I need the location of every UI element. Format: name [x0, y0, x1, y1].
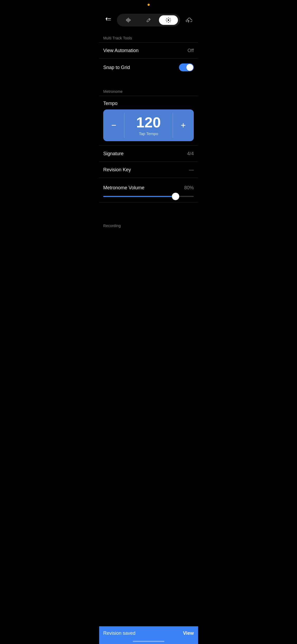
revision-key-value: —	[189, 167, 194, 173]
tempo-control: 120 Tap Tempo	[103, 109, 194, 141]
multi-track-tools-header: Multi Track Tools	[99, 31, 198, 42]
toggle-knob	[186, 64, 193, 71]
pencil-icon	[146, 17, 152, 23]
view-automation-label: View Automation	[103, 48, 139, 53]
cloud-upload-button[interactable]	[183, 15, 194, 25]
svg-rect-6	[130, 19, 130, 21]
minus-icon	[110, 122, 117, 129]
tap-tempo-label: Tap Tempo	[139, 131, 158, 136]
header	[99, 12, 198, 31]
tap-tempo-button[interactable]: 120 Tap Tempo	[124, 109, 173, 141]
metronome-header: Metronome	[99, 84, 198, 96]
snap-to-grid-row: Snap to Grid	[99, 59, 198, 76]
view-automation-row[interactable]: View Automation Off	[99, 43, 198, 58]
spacer-3	[99, 210, 198, 218]
volume-slider-container	[99, 194, 198, 202]
svg-rect-4	[128, 18, 129, 22]
signature-value: 4/4	[187, 151, 194, 157]
metronome-volume-value: 80%	[184, 185, 194, 191]
waveform-icon	[126, 17, 131, 23]
revision-key-row[interactable]: Revision Key —	[99, 162, 198, 178]
volume-fill	[103, 196, 176, 197]
tempo-container: Tempo 120 Tap Tempo	[99, 96, 198, 141]
back-icon	[105, 17, 112, 23]
svg-rect-3	[127, 19, 128, 22]
tempo-decrement-button[interactable]	[103, 109, 124, 141]
tempo-label: Tempo	[103, 96, 194, 109]
tempo-increment-button[interactable]	[173, 109, 194, 141]
pencil-button[interactable]	[139, 15, 158, 25]
volume-track	[103, 196, 194, 197]
tempo-value: 120	[136, 115, 161, 130]
snap-to-grid-label: Snap to Grid	[103, 65, 130, 70]
plus-icon	[180, 122, 187, 129]
status-bar	[99, 0, 198, 12]
back-button[interactable]	[103, 15, 114, 25]
recording-header: Recording	[99, 218, 198, 230]
spacer-1	[99, 76, 198, 84]
signature-row[interactable]: Signature 4/4	[99, 146, 198, 162]
svg-point-7	[168, 19, 169, 21]
settings-icon	[166, 17, 171, 23]
toolbar-pill	[117, 14, 180, 26]
signature-label: Signature	[103, 151, 124, 157]
spacer-2	[99, 203, 198, 210]
status-dot	[148, 4, 150, 6]
revision-key-label: Revision Key	[103, 167, 131, 173]
volume-slider-wrap	[103, 194, 194, 198]
metronome-volume-row: Metronome Volume 80%	[99, 178, 198, 194]
snap-to-grid-toggle[interactable]	[179, 63, 194, 71]
cloud-upload-icon	[185, 17, 192, 23]
waveform-button[interactable]	[119, 15, 138, 25]
svg-rect-2	[126, 19, 127, 21]
metronome-volume-label: Metronome Volume	[103, 185, 144, 191]
volume-thumb[interactable]	[172, 193, 179, 200]
settings-button[interactable]	[159, 15, 178, 25]
svg-rect-5	[129, 19, 130, 22]
view-automation-value: Off	[187, 48, 194, 53]
